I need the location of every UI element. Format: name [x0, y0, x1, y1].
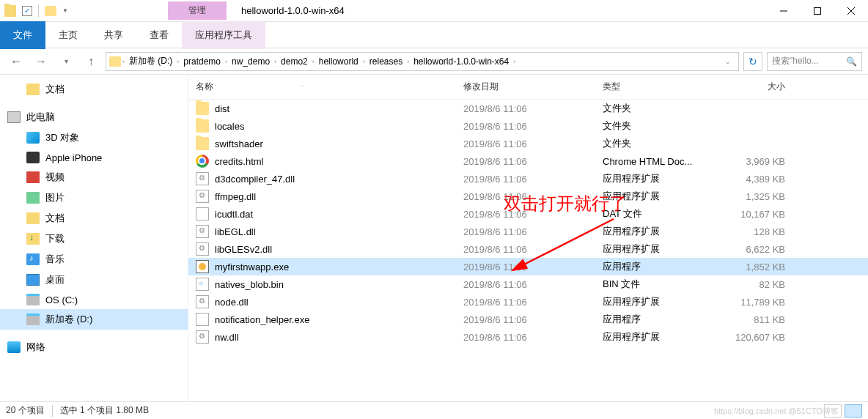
breadcrumb-segment[interactable]: pratdemo	[180, 56, 224, 67]
file-row[interactable]: libEGL.dll2019/8/6 11:06应用程序扩展128 KB	[188, 223, 868, 240]
file-type: 文件夹	[603, 137, 724, 150]
separator	[38, 4, 39, 18]
file-icon	[196, 225, 209, 238]
file-type: DAT 文件	[603, 207, 724, 220]
list-view-button[interactable]	[845, 404, 862, 418]
file-name: d3dcompiler_47.dll	[215, 174, 295, 185]
sidebar-item[interactable]: 3D 对象	[0, 127, 188, 148]
sidebar-item[interactable]: 下载	[0, 229, 188, 249]
sidebar-item[interactable]: 图片	[0, 188, 188, 208]
file-name: credits.html	[215, 156, 263, 167]
chevron-right-icon[interactable]: ›	[274, 58, 276, 65]
chevron-right-icon[interactable]: ›	[363, 58, 365, 65]
file-icon	[196, 207, 209, 220]
breadcrumb-segment[interactable]: helloworld	[316, 56, 361, 67]
breadcrumb-segment[interactable]: 新加卷 (D:)	[126, 55, 175, 67]
file-size: 811 KB	[724, 314, 797, 325]
music-icon	[26, 253, 40, 265]
back-button[interactable]: ←	[6, 51, 26, 72]
file-name: locales	[215, 121, 244, 132]
address-row: ← → ▾ ↑ › 新加卷 (D:)›pratdemo›nw_demo›demo…	[0, 48, 868, 75]
sidebar-item[interactable]: 新加卷 (D:)	[0, 309, 188, 330]
file-icon	[196, 155, 209, 168]
qat-customize-chevron[interactable]: ▼	[62, 7, 68, 14]
file-row[interactable]: nw.dll2019/8/6 11:06应用程序扩展120,607 KB	[188, 328, 868, 346]
tab-view[interactable]: 查看	[136, 21, 182, 49]
navigation-pane: 文档此电脑3D 对象Apple iPhone视频图片文档下载音乐桌面OS (C:…	[0, 75, 188, 406]
sidebar-item[interactable]: 视频	[0, 167, 188, 188]
column-name[interactable]: 名称ˆ	[196, 81, 463, 93]
file-row[interactable]: ffmpeg.dll2019/8/6 11:06应用程序扩展1,325 KB	[188, 188, 868, 205]
chevron-right-icon[interactable]: ›	[122, 58, 125, 65]
file-type: 应用程序	[603, 313, 724, 326]
file-row[interactable]: icudtl.dat2019/8/6 11:06DAT 文件10,167 KB	[188, 205, 868, 223]
sidebar-item[interactable]: 文档	[0, 79, 188, 100]
file-icon	[196, 119, 209, 133]
close-button[interactable]	[834, 0, 868, 22]
breadcrumb-segment[interactable]: helloworld-1.0.0-win-x64	[411, 56, 512, 67]
file-row[interactable]: credits.html2019/8/6 11:06Chrome HTML Do…	[188, 152, 868, 170]
tab-apptools[interactable]: 应用程序工具	[182, 21, 265, 49]
address-dropdown[interactable]: ⌄	[721, 58, 735, 65]
file-name: node.dll	[215, 297, 249, 308]
minimize-button[interactable]	[767, 0, 801, 22]
file-row[interactable]: dist2019/8/6 11:06文件夹	[188, 100, 868, 117]
chevron-right-icon[interactable]: ›	[312, 58, 315, 65]
file-type: Chrome HTML Doc...	[603, 156, 724, 167]
sidebar-item[interactable]: 此电脑	[0, 107, 188, 127]
file-type: 应用程序扩展	[603, 330, 724, 344]
file-row[interactable]: natives_blob.bin2019/8/6 11:06BIN 文件82 K…	[188, 275, 868, 293]
file-size: 1,325 KB	[724, 191, 797, 202]
forward-button[interactable]: →	[31, 51, 51, 72]
pc-icon	[7, 111, 21, 123]
sidebar-item-label: OS (C:)	[45, 294, 78, 305]
column-type[interactable]: 类型	[603, 81, 724, 93]
3d-icon	[26, 132, 40, 144]
search-input[interactable]: 搜索"hello... 🔍	[767, 52, 862, 71]
file-date: 2019/8/6 11:06	[463, 279, 603, 290]
file-size: 82 KB	[724, 279, 797, 290]
tab-file[interactable]: 文件	[0, 21, 45, 49]
file-row[interactable]: libGLESv2.dll2019/8/6 11:06应用程序扩展6,622 K…	[188, 240, 868, 258]
file-row[interactable]: notification_helper.exe2019/8/6 11:06应用程…	[188, 311, 868, 328]
chevron-right-icon[interactable]: ›	[225, 58, 227, 65]
tab-share[interactable]: 共享	[91, 21, 136, 49]
sidebar-item[interactable]: Apple iPhone	[0, 148, 188, 167]
file-icon	[196, 313, 209, 326]
file-name: swiftshader	[215, 138, 263, 149]
breadcrumb-segment[interactable]: demo2	[278, 56, 311, 67]
file-row[interactable]: myfirstnwapp.exe2019/8/6 11:06应用程序1,852 …	[188, 258, 868, 275]
manage-contextual-tab[interactable]: 管理	[168, 1, 227, 20]
file-row[interactable]: locales2019/8/6 11:06文件夹	[188, 117, 868, 135]
up-button[interactable]: ↑	[81, 51, 101, 72]
sidebar-item[interactable]: OS (C:)	[0, 290, 188, 309]
sidebar-item-label: 桌面	[45, 273, 65, 286]
chevron-right-icon[interactable]: ›	[177, 58, 179, 65]
file-row[interactable]: swiftshader2019/8/6 11:06文件夹	[188, 135, 868, 152]
column-size[interactable]: 大小	[724, 81, 797, 93]
file-icon	[196, 102, 209, 115]
sidebar-item[interactable]: 网络	[0, 337, 188, 357]
chevron-right-icon[interactable]: ›	[407, 58, 409, 65]
maximize-button[interactable]	[801, 0, 834, 22]
app-icon[interactable]	[4, 5, 16, 17]
qat-newfolder-icon[interactable]	[45, 6, 56, 16]
file-date: 2019/8/6 11:06	[463, 191, 603, 202]
sidebar-item[interactable]: 桌面	[0, 270, 188, 290]
column-date[interactable]: 修改日期	[463, 81, 603, 93]
history-dropdown[interactable]: ▾	[56, 51, 76, 72]
file-row[interactable]: node.dll2019/8/6 11:06应用程序扩展11,789 KB	[188, 293, 868, 311]
breadcrumb-segment[interactable]: nw_demo	[229, 56, 273, 67]
window-controls	[767, 0, 868, 22]
breadcrumb-segment[interactable]: releases	[367, 56, 405, 67]
sidebar-item[interactable]: 音乐	[0, 249, 188, 270]
sidebar-item-label: 视频	[45, 171, 65, 184]
chevron-right-icon[interactable]: ›	[513, 58, 515, 65]
file-row[interactable]: d3dcompiler_47.dll2019/8/6 11:06应用程序扩展4,…	[188, 170, 868, 188]
titlebar: ✓ ▼ 管理 helloworld-1.0.0-win-x64	[0, 0, 868, 22]
address-bar[interactable]: › 新加卷 (D:)›pratdemo›nw_demo›demo2›hellow…	[106, 52, 739, 71]
qat-properties-check[interactable]: ✓	[22, 6, 32, 16]
tab-home[interactable]: 主页	[45, 21, 91, 49]
sidebar-item[interactable]: 文档	[0, 208, 188, 229]
refresh-button[interactable]: ↻	[743, 52, 762, 71]
